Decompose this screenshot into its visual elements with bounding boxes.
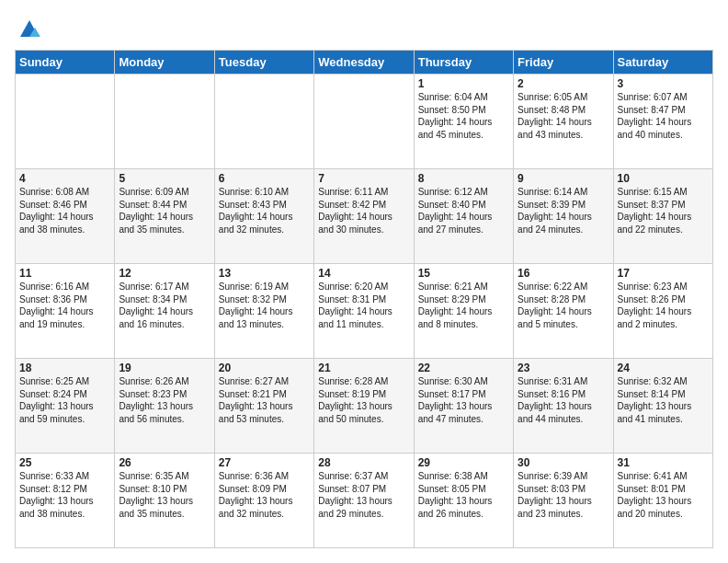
day-number: 6: [219, 172, 310, 185]
weekday-header: Monday: [115, 51, 214, 75]
day-number: 29: [418, 456, 509, 469]
calendar-week-row: 11Sunrise: 6:16 AM Sunset: 8:36 PM Dayli…: [16, 264, 713, 359]
day-number: 30: [518, 456, 609, 469]
day-number: 20: [219, 362, 310, 374]
day-info: Sunrise: 6:30 AM Sunset: 8:17 PM Dayligh…: [418, 376, 493, 424]
weekday-header: Thursday: [414, 51, 513, 75]
day-number: 31: [618, 456, 709, 469]
day-info: Sunrise: 6:39 AM Sunset: 8:03 PM Dayligh…: [518, 471, 592, 519]
day-number: 1: [418, 77, 509, 90]
day-number: 25: [19, 456, 110, 469]
calendar-day-cell: 5Sunrise: 6:09 AM Sunset: 8:44 PM Daylig…: [115, 169, 214, 264]
day-info: Sunrise: 6:17 AM Sunset: 8:34 PM Dayligh…: [119, 282, 193, 329]
calendar-day-cell: 10Sunrise: 6:15 AM Sunset: 8:37 PM Dayli…: [613, 169, 712, 264]
calendar-day-cell: 21Sunrise: 6:28 AM Sunset: 8:19 PM Dayli…: [314, 359, 414, 454]
calendar-day-cell: 11Sunrise: 6:16 AM Sunset: 8:36 PM Dayli…: [16, 264, 115, 359]
calendar-day-cell: 16Sunrise: 6:22 AM Sunset: 8:28 PM Dayli…: [514, 264, 613, 359]
day-info: Sunrise: 6:08 AM Sunset: 8:46 PM Dayligh…: [19, 187, 94, 235]
calendar-day-cell: 31Sunrise: 6:41 AM Sunset: 8:01 PM Dayli…: [613, 454, 712, 548]
day-number: 28: [318, 456, 409, 469]
weekday-header: Wednesday: [314, 51, 414, 75]
day-info: Sunrise: 6:11 AM Sunset: 8:42 PM Dayligh…: [318, 187, 392, 235]
day-info: Sunrise: 6:28 AM Sunset: 8:19 PM Dayligh…: [318, 376, 392, 424]
day-info: Sunrise: 6:21 AM Sunset: 8:29 PM Dayligh…: [418, 282, 493, 329]
day-info: Sunrise: 6:12 AM Sunset: 8:40 PM Dayligh…: [418, 187, 493, 235]
header: [15, 15, 713, 40]
calendar-day-cell: 20Sunrise: 6:27 AM Sunset: 8:21 PM Dayli…: [214, 359, 313, 454]
weekday-header: Sunday: [16, 51, 115, 75]
day-number: 2: [518, 77, 609, 90]
day-number: 12: [119, 267, 210, 280]
day-number: 17: [618, 267, 709, 280]
day-number: 4: [19, 172, 110, 185]
day-info: Sunrise: 6:22 AM Sunset: 8:28 PM Dayligh…: [518, 282, 592, 329]
day-number: 24: [618, 362, 709, 374]
day-number: 27: [219, 456, 310, 469]
day-info: Sunrise: 6:38 AM Sunset: 8:05 PM Dayligh…: [418, 471, 493, 519]
day-number: 26: [119, 456, 210, 469]
calendar-day-cell: 24Sunrise: 6:32 AM Sunset: 8:14 PM Dayli…: [613, 359, 712, 454]
day-info: Sunrise: 6:23 AM Sunset: 8:26 PM Dayligh…: [618, 282, 692, 329]
day-number: 5: [119, 172, 210, 185]
logo-icon: [17, 15, 42, 40]
calendar-day-cell: 15Sunrise: 6:21 AM Sunset: 8:29 PM Dayli…: [414, 264, 513, 359]
day-info: Sunrise: 6:37 AM Sunset: 8:07 PM Dayligh…: [318, 471, 392, 519]
calendar-day-cell: 12Sunrise: 6:17 AM Sunset: 8:34 PM Dayli…: [115, 264, 214, 359]
day-info: Sunrise: 6:15 AM Sunset: 8:37 PM Dayligh…: [618, 187, 692, 235]
day-info: Sunrise: 6:16 AM Sunset: 8:36 PM Dayligh…: [19, 282, 94, 329]
calendar-day-cell: 1Sunrise: 6:04 AM Sunset: 8:50 PM Daylig…: [414, 75, 513, 169]
calendar-week-row: 18Sunrise: 6:25 AM Sunset: 8:24 PM Dayli…: [16, 359, 713, 454]
weekday-header: Friday: [514, 51, 613, 75]
calendar-day-cell: 28Sunrise: 6:37 AM Sunset: 8:07 PM Dayli…: [314, 454, 414, 548]
calendar-day-cell: 23Sunrise: 6:31 AM Sunset: 8:16 PM Dayli…: [514, 359, 613, 454]
day-number: 14: [318, 267, 409, 280]
day-info: Sunrise: 6:05 AM Sunset: 8:48 PM Dayligh…: [518, 92, 592, 140]
logo: [15, 15, 42, 40]
calendar-day-cell: 26Sunrise: 6:35 AM Sunset: 8:10 PM Dayli…: [115, 454, 214, 548]
day-number: 9: [518, 172, 609, 185]
calendar-day-cell: 7Sunrise: 6:11 AM Sunset: 8:42 PM Daylig…: [314, 169, 414, 264]
calendar-day-cell: [16, 75, 115, 169]
day-info: Sunrise: 6:26 AM Sunset: 8:23 PM Dayligh…: [119, 376, 193, 424]
day-info: Sunrise: 6:35 AM Sunset: 8:10 PM Dayligh…: [119, 471, 193, 519]
day-number: 3: [618, 77, 709, 90]
day-number: 22: [418, 362, 509, 374]
day-number: 21: [318, 362, 409, 374]
calendar-day-cell: 3Sunrise: 6:07 AM Sunset: 8:47 PM Daylig…: [613, 75, 712, 169]
calendar-day-cell: [314, 75, 414, 169]
calendar-day-cell: 29Sunrise: 6:38 AM Sunset: 8:05 PM Dayli…: [414, 454, 513, 548]
day-number: 10: [618, 172, 709, 185]
calendar-day-cell: 4Sunrise: 6:08 AM Sunset: 8:46 PM Daylig…: [16, 169, 115, 264]
day-info: Sunrise: 6:09 AM Sunset: 8:44 PM Dayligh…: [119, 187, 193, 235]
day-number: 23: [518, 362, 609, 374]
calendar-day-cell: 14Sunrise: 6:20 AM Sunset: 8:31 PM Dayli…: [314, 264, 414, 359]
day-number: 8: [418, 172, 509, 185]
day-info: Sunrise: 6:33 AM Sunset: 8:12 PM Dayligh…: [19, 471, 94, 519]
calendar-table: SundayMondayTuesdayWednesdayThursdayFrid…: [15, 50, 713, 548]
day-number: 11: [19, 267, 110, 280]
day-number: 16: [518, 267, 609, 280]
day-info: Sunrise: 6:20 AM Sunset: 8:31 PM Dayligh…: [318, 282, 392, 329]
day-info: Sunrise: 6:04 AM Sunset: 8:50 PM Dayligh…: [418, 92, 493, 140]
calendar-week-row: 25Sunrise: 6:33 AM Sunset: 8:12 PM Dayli…: [16, 454, 713, 548]
calendar-day-cell: 27Sunrise: 6:36 AM Sunset: 8:09 PM Dayli…: [214, 454, 313, 548]
day-info: Sunrise: 6:36 AM Sunset: 8:09 PM Dayligh…: [219, 471, 293, 519]
calendar-day-cell: 6Sunrise: 6:10 AM Sunset: 8:43 PM Daylig…: [214, 169, 313, 264]
calendar-day-cell: 13Sunrise: 6:19 AM Sunset: 8:32 PM Dayli…: [214, 264, 313, 359]
calendar-week-row: 4Sunrise: 6:08 AM Sunset: 8:46 PM Daylig…: [16, 169, 713, 264]
day-info: Sunrise: 6:19 AM Sunset: 8:32 PM Dayligh…: [219, 282, 293, 329]
day-info: Sunrise: 6:14 AM Sunset: 8:39 PM Dayligh…: [518, 187, 592, 235]
calendar-day-cell: 8Sunrise: 6:12 AM Sunset: 8:40 PM Daylig…: [414, 169, 513, 264]
calendar-day-cell: [115, 75, 214, 169]
day-number: 7: [318, 172, 409, 185]
day-info: Sunrise: 6:27 AM Sunset: 8:21 PM Dayligh…: [219, 376, 293, 424]
day-info: Sunrise: 6:32 AM Sunset: 8:14 PM Dayligh…: [618, 376, 692, 424]
calendar-day-cell: 25Sunrise: 6:33 AM Sunset: 8:12 PM Dayli…: [16, 454, 115, 548]
calendar-header-row: SundayMondayTuesdayWednesdayThursdayFrid…: [16, 51, 713, 75]
calendar-day-cell: 17Sunrise: 6:23 AM Sunset: 8:26 PM Dayli…: [613, 264, 712, 359]
calendar-day-cell: 22Sunrise: 6:30 AM Sunset: 8:17 PM Dayli…: [414, 359, 513, 454]
calendar-day-cell: 2Sunrise: 6:05 AM Sunset: 8:48 PM Daylig…: [514, 75, 613, 169]
day-number: 18: [19, 362, 110, 374]
day-info: Sunrise: 6:25 AM Sunset: 8:24 PM Dayligh…: [19, 376, 94, 424]
calendar-day-cell: 30Sunrise: 6:39 AM Sunset: 8:03 PM Dayli…: [514, 454, 613, 548]
